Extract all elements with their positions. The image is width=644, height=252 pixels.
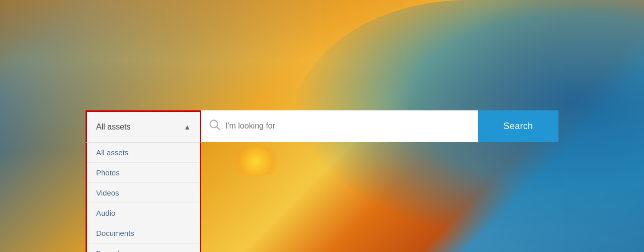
search-input[interactable] xyxy=(225,121,470,131)
asset-type-dropdown-menu: All assets Photos Videos Audio Documents… xyxy=(86,142,201,253)
dropdown-item-all-assets[interactable]: All assets xyxy=(87,143,200,163)
dropdown-item-audio[interactable]: Audio xyxy=(87,203,200,223)
search-input-wrapper xyxy=(201,110,478,142)
search-area: All assets ▲ All assets Photos Videos Au… xyxy=(86,110,558,142)
dropdown-item-photos[interactable]: Photos xyxy=(87,163,200,183)
svg-line-1 xyxy=(217,127,220,130)
search-button[interactable]: Search xyxy=(478,110,558,142)
dropdown-item-documents[interactable]: Documents xyxy=(87,223,200,243)
asset-type-dropdown-container: All assets ▲ All assets Photos Videos Au… xyxy=(86,110,201,142)
content-layer: All assets ▲ All assets Photos Videos Au… xyxy=(0,0,644,252)
dropdown-item-bayer-logos[interactable]: Bayer logos xyxy=(87,243,200,253)
dropdown-item-videos[interactable]: Videos xyxy=(87,183,200,203)
search-icon xyxy=(209,119,220,133)
dropdown-selected-label: All assets xyxy=(96,122,130,132)
asset-type-dropdown-button[interactable]: All assets ▲ xyxy=(86,110,201,142)
chevron-up-icon: ▲ xyxy=(184,123,191,131)
